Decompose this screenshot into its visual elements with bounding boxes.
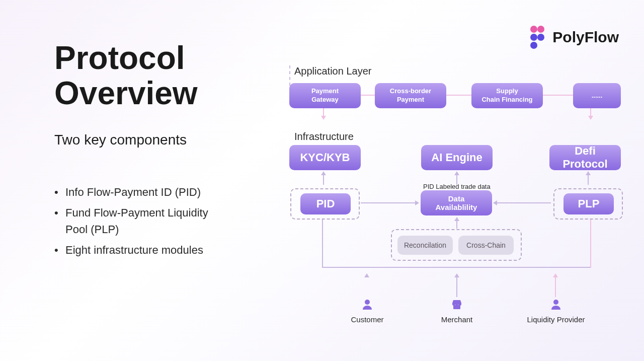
app-box-supply-chain: Supply Chain Financing [471, 83, 543, 108]
connector-line [590, 220, 591, 268]
arrow-icon [321, 116, 326, 120]
connector-line [497, 202, 551, 203]
app-box-more: ...... [573, 83, 621, 108]
arrow-icon [588, 116, 593, 120]
person-icon [361, 299, 373, 311]
brand-logo: PolyFlow [529, 25, 619, 49]
list-item: Info Flow-Payment ID (PID) [54, 184, 225, 200]
list-item: Eight infrastructure modules [54, 242, 225, 258]
connector-line [323, 108, 324, 116]
infra-box-plp: PLP [564, 193, 614, 214]
app-box-crossborder: Cross-border Payment [375, 83, 446, 108]
arrow-icon [364, 273, 369, 277]
connector-line [555, 277, 556, 297]
svg-point-5 [365, 300, 370, 305]
actor-merchant: Merchant [437, 299, 477, 324]
connector-line [361, 202, 416, 203]
svg-point-4 [530, 42, 537, 49]
person-icon [550, 299, 562, 311]
infrastructure-label: Infrastructure [294, 131, 354, 142]
actor-customer: Customer [347, 299, 387, 324]
connector-line [323, 175, 324, 185]
polyflow-icon [529, 25, 545, 49]
list-item: Fund Flow-Payment Liquidity Pool (PLP) [54, 204, 225, 238]
sub-box-reconciliation: Reconcilation [397, 236, 453, 255]
arrow-icon [415, 200, 419, 205]
subtitle: Two key components [54, 132, 187, 148]
arrow-icon [454, 171, 459, 175]
sub-box-crosschain: Cross-Chain [458, 236, 514, 255]
infra-box-kyc: KYC/KYB [289, 145, 361, 170]
arrow-icon [493, 200, 497, 205]
connector-line [456, 221, 457, 229]
svg-point-2 [530, 34, 537, 41]
application-layer-label: Application Layer [294, 65, 371, 77]
connector-line [456, 277, 457, 297]
svg-point-1 [537, 26, 544, 33]
bullet-list: Info Flow-Payment ID (PID) Fund Flow-Pay… [54, 184, 225, 262]
arrow-icon [586, 171, 591, 175]
infra-box-ai: AI Engine [421, 145, 493, 170]
da-note: PID Labeled trade data [423, 183, 491, 190]
arrow-icon [454, 217, 459, 221]
arrow-icon [553, 273, 558, 277]
connector-line [322, 220, 323, 268]
svg-point-0 [530, 26, 537, 33]
svg-rect-6 [453, 305, 460, 309]
connector-line [590, 108, 591, 116]
svg-point-7 [553, 300, 558, 305]
app-box-payment-gateway: Payment Gateway [289, 83, 361, 108]
page-title: Protocol Overview [54, 40, 198, 111]
infra-box-da: Data Availablility [421, 190, 492, 215]
infra-box-pid: PID [300, 193, 351, 214]
connector-line [322, 267, 591, 268]
connector-line [588, 175, 589, 185]
brand-name: PolyFlow [552, 29, 619, 46]
actor-liquidity-provider: Liquidity Provider [526, 299, 586, 324]
infra-box-defi: Defi Protocol [549, 145, 621, 170]
arrow-icon [454, 273, 459, 277]
arrow-icon [321, 171, 326, 175]
svg-point-3 [537, 34, 544, 41]
store-icon [451, 299, 463, 311]
architecture-diagram: Application Layer Payment Gateway Cross-… [289, 65, 626, 332]
